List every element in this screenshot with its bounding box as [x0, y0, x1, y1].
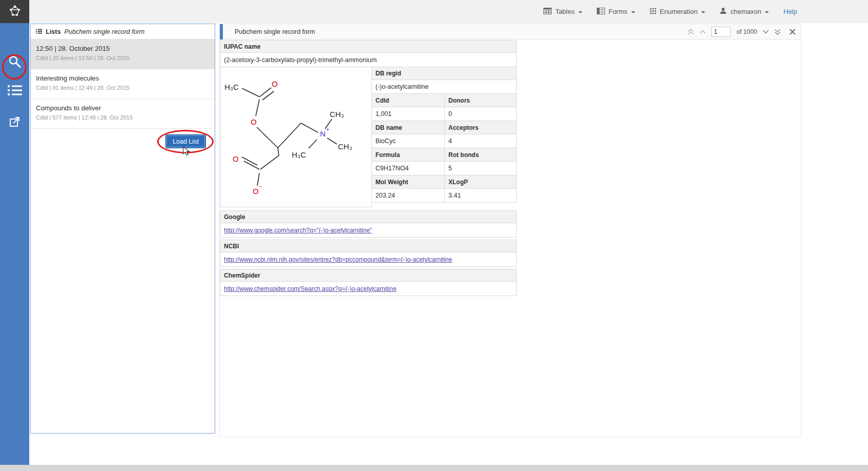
nav-forms-label: Forms [609, 8, 628, 15]
table-row: Formula Rot bonds [371, 148, 517, 162]
list-item-title: 12:50 | 28. October 2015 [36, 45, 210, 52]
record-form-panel: Pubchem single record form of 1000 [219, 24, 801, 437]
ncbi-link-row: http://www.ncbi.nlm.nih.gov/sites/entrez… [220, 252, 517, 267]
list-item[interactable]: Interesting molecules CdId | 91 items | … [31, 69, 215, 99]
chemaxon-logo[interactable] [0, 0, 29, 23]
lists-panel-subtitle: Pubchem single record form [64, 28, 144, 35]
tables-icon [543, 8, 552, 16]
user-icon [720, 7, 727, 16]
nav-user-menu[interactable]: chemaxon [720, 7, 769, 16]
lists-panel-header: Lists Pubchem single record form [31, 24, 215, 40]
field-header: XLogP [444, 175, 517, 189]
export-icon[interactable] [8, 115, 22, 130]
record-form-title: Pubchem single record form [235, 24, 315, 40]
lists-panel: Lists Pubchem single record form 12:50 |… [30, 24, 215, 434]
atom-label: CH₃ [330, 110, 344, 119]
nav-tables[interactable]: Tables [543, 8, 582, 16]
forms-icon [597, 8, 605, 16]
top-navigation: Tables Forms [543, 0, 797, 23]
field-value: 3.41 [444, 188, 517, 203]
field-value: 5 [444, 161, 517, 175]
header-accent-bar [220, 24, 223, 40]
atom-label: O [251, 117, 257, 126]
list-item[interactable]: 12:50 | 28. October 2015 CdId | 20 items… [31, 40, 215, 69]
list-item-meta: CdId | 20 items | 12:50 | 28. Oct 2015 [36, 55, 210, 61]
sidebar [0, 23, 29, 471]
iupac-name-header: IUPAC name [220, 40, 517, 53]
lists-panel-title: Lists [46, 28, 61, 35]
chemaxon-logo-icon [7, 3, 23, 21]
structure-and-fields: H₃C O O N + CH₃ CH₃ H₃C O O − [220, 67, 517, 207]
previous-record-button[interactable] [700, 30, 706, 34]
list-item[interactable]: Compounds to deliver CdId | 577 items | … [31, 99, 215, 129]
molecule-structure: H₃C O O N + CH₃ CH₃ H₃C O O − [220, 67, 372, 207]
first-record-button[interactable] [688, 29, 694, 35]
ncbi-section-header: NCBI [220, 240, 517, 252]
atom-charge: + [326, 127, 329, 132]
pagination-controls: of 1000 [688, 24, 796, 40]
db-regid-header: DB regid [371, 67, 517, 80]
chemspider-search-link[interactable]: http://www.chemspider.com/Search.aspx?q=… [224, 285, 397, 292]
atom-charge: − [259, 183, 262, 189]
list-item-meta: CdId | 577 items | 12:49 | 28. Oct 2015 [36, 114, 210, 121]
search-icon[interactable] [8, 55, 22, 71]
google-section-header: Google [220, 210, 517, 223]
table-row: C9H17NO4 5 [371, 161, 517, 175]
last-record-button[interactable] [775, 29, 781, 35]
google-search-link[interactable]: http://www.google.com/search?q="(-)o-ace… [224, 227, 372, 234]
nav-tables-label: Tables [555, 8, 575, 15]
table-row: 1,001 0 [371, 107, 517, 121]
atom-label: CH₃ [338, 142, 352, 151]
field-value: 0 [444, 107, 517, 121]
topbar: Tables Forms [0, 0, 868, 23]
atom-label: H₃C [292, 150, 306, 159]
table-row: BioCyc 4 [371, 134, 517, 148]
iupac-name-value: (2-acetoxy-3-carboxylato-propyl)-trimeth… [220, 52, 517, 67]
list-icon [36, 28, 42, 35]
chemspider-link-row: http://www.chemspider.com/Search.aspx?q=… [220, 281, 517, 296]
chevron-down-icon [578, 11, 582, 13]
atom-label: O [233, 154, 239, 163]
nav-user-label: chemaxon [730, 8, 761, 15]
chemspider-section-header: ChemSpider [220, 269, 517, 282]
table-row: Mol Weight XLogP [371, 175, 517, 189]
field-value: BioCyc [371, 134, 445, 148]
field-header: Acceptors [444, 121, 517, 134]
record-number-input[interactable] [711, 27, 731, 37]
properties-table: DB regid (-)o-acetylcarnitine CdId Donor… [371, 67, 517, 207]
list-item-title: Compounds to deliver [36, 104, 210, 112]
next-record-button[interactable] [763, 30, 769, 34]
ncbi-search-link[interactable]: http://www.ncbi.nlm.nih.gov/sites/entrez… [224, 256, 452, 263]
footer-strip [0, 465, 868, 471]
lists-icon[interactable] [8, 85, 22, 98]
atom-label: N [320, 129, 326, 138]
field-header: Rot bonds [444, 148, 517, 162]
help-link[interactable]: Help [783, 8, 797, 15]
chevron-down-icon [765, 11, 769, 13]
list-item-meta: CdId | 91 items | 12:49 | 28. Oct 2015 [36, 85, 210, 91]
app-root: Tables Forms [0, 0, 868, 471]
table-row: 203.24 3.41 [371, 188, 517, 203]
field-value: C9H17NO4 [371, 161, 445, 175]
nav-enumeration[interactable]: Enumeration [650, 8, 706, 16]
list-item-title: Interesting molecules [36, 74, 210, 82]
field-header: Mol Weight [371, 175, 445, 189]
db-regid-value: (-)o-acetylcarnitine [371, 80, 517, 94]
atom-label: O [253, 187, 259, 195]
google-link-row: http://www.google.com/search?q="(-)o-ace… [220, 223, 517, 238]
nav-forms[interactable]: Forms [597, 8, 635, 16]
field-value: 4 [444, 134, 517, 148]
field-value: 1,001 [371, 107, 445, 121]
record-form-header: Pubchem single record form of 1000 [220, 24, 801, 40]
close-icon[interactable] [789, 29, 796, 35]
field-header: CdId [371, 93, 445, 107]
table-row: CdId Donors [371, 93, 517, 107]
field-header: Formula [371, 148, 445, 162]
atom-label: H₃C [224, 83, 239, 91]
chevron-down-icon [631, 11, 635, 13]
field-value: 203.24 [371, 188, 445, 203]
record-count-label: of 1000 [737, 28, 757, 35]
load-list-button[interactable]: Load List [165, 134, 206, 148]
field-header: Donors [444, 93, 517, 107]
chevron-down-icon [701, 11, 705, 13]
